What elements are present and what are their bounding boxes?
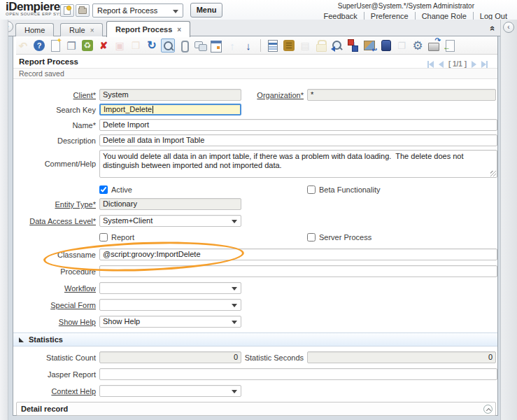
toolbar-separator xyxy=(260,39,261,52)
next-record-button[interactable] xyxy=(472,61,476,68)
attachment-icon[interactable] xyxy=(177,38,191,52)
last-record-button[interactable] xyxy=(481,61,488,68)
chat-icon[interactable] xyxy=(193,38,207,52)
previous-record-button[interactable] xyxy=(439,61,444,68)
statistics-section-header[interactable]: Statistics xyxy=(13,332,497,346)
collapse-header-icon[interactable]: « xyxy=(488,22,499,34)
organization-field: * xyxy=(307,89,496,101)
text-caret xyxy=(153,106,153,113)
find-icon[interactable] xyxy=(161,38,175,52)
statistic-seconds-field: 0 xyxy=(307,351,496,363)
workflow-activities-icon[interactable] xyxy=(362,38,376,52)
idempiere-window: iDempiere OPEN SOURCE ERP SYSTEM Report … xyxy=(0,0,517,420)
name-label: Name* xyxy=(13,119,96,132)
expand-detail-icon[interactable] xyxy=(483,405,493,414)
active-checkbox-row: Active xyxy=(99,186,132,194)
statistic-count-label: Statistic Count xyxy=(13,351,96,364)
tab-report-process-close-icon[interactable]: × xyxy=(177,26,181,34)
first-record-button[interactable] xyxy=(427,61,434,68)
window-selector-value: Report & Process xyxy=(97,6,157,15)
active-label: Active xyxy=(111,186,132,194)
show-help-select[interactable]: Show Help xyxy=(99,316,241,328)
window-selector[interactable]: Report & Process xyxy=(92,4,183,18)
east-collapsed-panel[interactable] xyxy=(500,20,517,420)
new-record-icon[interactable]: ✦ xyxy=(48,38,62,52)
delete-selection-icon[interactable]: ✘ xyxy=(97,38,111,52)
detail-record-bar[interactable]: Detail record xyxy=(16,402,496,416)
context-help-label[interactable]: Context Help xyxy=(13,385,96,398)
tab-rule[interactable]: Rule× xyxy=(60,23,103,36)
tab-report-process-label: Report Process xyxy=(115,25,172,34)
jasper-report-field[interactable] xyxy=(99,368,497,380)
delete-record-icon[interactable]: ♻ xyxy=(82,40,93,51)
document-icon xyxy=(64,6,71,15)
organization-label[interactable]: Organization* xyxy=(223,89,304,102)
collapse-triangle-icon xyxy=(19,337,24,342)
statistic-count-field: 0 xyxy=(99,351,241,363)
tab-report-process[interactable]: Report Process× xyxy=(106,21,190,37)
search-key-label: Search Key xyxy=(13,104,96,116)
help-icon[interactable]: ? xyxy=(34,40,45,51)
open-folder-button[interactable] xyxy=(76,4,90,17)
tab-rule-label: Rule xyxy=(69,26,85,34)
comment-help-field[interactable]: You would delete all data in an import t… xyxy=(99,150,497,178)
tab-strip: › Home Rule× Report Process× « xyxy=(0,20,517,36)
context-help-select[interactable] xyxy=(99,385,241,397)
process-icon[interactable]: ⚙ xyxy=(411,38,425,52)
detail-record-icon[interactable]: ↓ xyxy=(241,38,255,52)
search-key-field[interactable]: Import_Delete xyxy=(99,104,241,115)
statistics-section-title: Statistics xyxy=(29,335,63,344)
name-field[interactable]: Delete Import xyxy=(99,119,497,131)
tab-rule-close-icon[interactable]: × xyxy=(90,27,94,34)
undo-icon: ↶ xyxy=(16,38,30,52)
east-panel-toggle-button[interactable]: ‹ xyxy=(503,22,514,33)
menu-button[interactable]: Menu xyxy=(190,3,222,18)
special-form-select[interactable] xyxy=(99,299,241,311)
report-icon[interactable] xyxy=(266,38,280,52)
server-process-label: Server Process xyxy=(319,233,371,241)
tab-home[interactable]: Home xyxy=(15,23,54,36)
detail-record-label: Detail record xyxy=(21,405,68,413)
export-icon[interactable] xyxy=(427,38,441,52)
report-checkbox-row: Report xyxy=(99,233,134,241)
print-icon: ▤ xyxy=(298,38,312,52)
single-document-button[interactable] xyxy=(60,4,74,17)
statistic-seconds-label: Statistic Seconds xyxy=(223,351,304,364)
file-import-icon[interactable]: ← xyxy=(443,38,457,52)
workflow-icon[interactable]: ↓ xyxy=(346,38,360,52)
data-access-level-select[interactable]: System+Client xyxy=(99,215,241,227)
copy-record-icon[interactable]: ❐ xyxy=(64,38,78,52)
folder-icon xyxy=(78,8,87,14)
lock-icon xyxy=(314,38,328,52)
zoom-across-icon[interactable] xyxy=(330,38,344,52)
archived-documents-icon: ❐ xyxy=(395,38,409,52)
comment-help-label: Comment/Help xyxy=(13,150,96,178)
data-access-level-label[interactable]: Data Access Level* xyxy=(13,215,96,227)
server-process-checkbox-row: Server Process xyxy=(307,233,371,241)
show-help-label[interactable]: Show Help xyxy=(13,316,96,328)
save-create-new-icon: ❐ xyxy=(129,38,143,52)
description-field[interactable]: Delete all data in Import Table xyxy=(99,134,497,146)
server-process-checkbox[interactable] xyxy=(307,233,316,241)
workflow-select[interactable] xyxy=(99,282,241,294)
client-label[interactable]: Client* xyxy=(13,89,96,102)
west-collapsed-panel[interactable] xyxy=(0,20,8,420)
status-bar: Record saved xyxy=(13,69,497,79)
report-label: Report xyxy=(111,233,134,241)
special-form-label[interactable]: Special Form xyxy=(13,299,96,312)
requests-icon[interactable] xyxy=(209,38,223,52)
tab-home-label: Home xyxy=(24,26,45,34)
entity-type-label[interactable]: Entity Type* xyxy=(13,198,96,211)
archive-icon[interactable]: ☰ xyxy=(283,40,295,51)
active-checkbox[interactable] xyxy=(99,186,108,194)
report-checkbox[interactable] xyxy=(99,233,108,241)
product-info-icon[interactable] xyxy=(378,38,392,52)
jasper-report-label: Jasper Report xyxy=(13,368,96,381)
workflow-label[interactable]: Workflow xyxy=(13,282,96,295)
refresh-icon[interactable]: ↻ xyxy=(145,38,159,52)
beta-functionality-checkbox[interactable] xyxy=(307,186,316,194)
description-label: Description xyxy=(13,134,96,147)
beta-functionality-label: Beta Functionality xyxy=(319,186,380,194)
save-icon: ▣ xyxy=(113,38,127,52)
window-title-bar: Report Process [ 1/1 ] xyxy=(13,55,497,69)
